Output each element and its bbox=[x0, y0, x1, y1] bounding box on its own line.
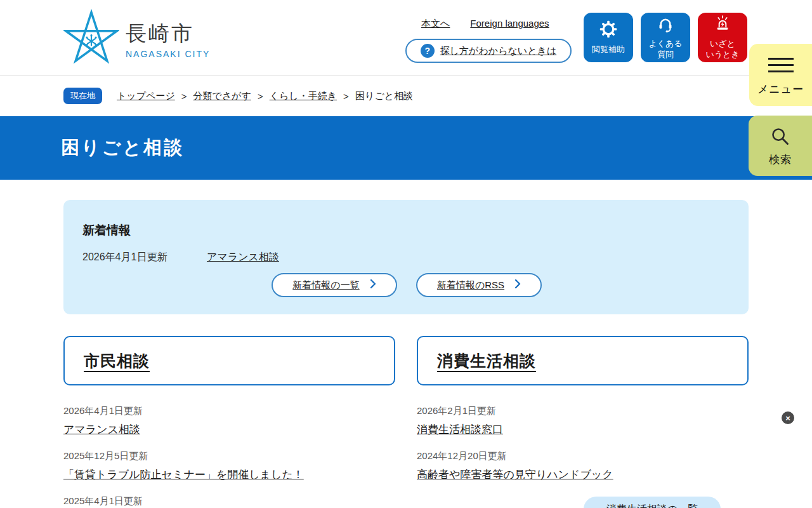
close-widget-button[interactable]: × bbox=[782, 411, 794, 424]
news-entry-link[interactable]: アマランス相談 bbox=[207, 251, 279, 264]
accessibility-button-label: 閲覧補助 bbox=[592, 44, 625, 55]
article-link[interactable]: 「賃貸トラブル防止セミナー」を開催しました！ bbox=[63, 467, 304, 482]
chevron-right-icon bbox=[370, 279, 376, 291]
article-date: 2025年4月1日更新 bbox=[63, 495, 395, 507]
search-help-button[interactable]: ? 探し方がわからないときは bbox=[405, 39, 572, 63]
news-list-button[interactable]: 新着情報の一覧 bbox=[272, 273, 397, 297]
logo-text: 長崎市 NAGASAKI CITY bbox=[126, 9, 210, 59]
siren-icon bbox=[714, 15, 731, 36]
search-tab-button[interactable]: 検索 bbox=[749, 116, 812, 176]
section-citizen-consultation: 市民相談 2026年4月1日更新 アマランス相談 2025年12月5日更新 「賃… bbox=[63, 336, 395, 508]
consumer-article-list: 2026年2月1日更新 消費生活相談窓口 2024年12月20日更新 高齢者や障… bbox=[417, 405, 749, 482]
section-citizen-header-box[interactable]: 市民相談 bbox=[63, 336, 395, 385]
breadcrumb-separator: > bbox=[343, 91, 349, 102]
breadcrumb-current-page: 困りごと相談 bbox=[355, 90, 413, 102]
page-title-banner: 困りごと相談 bbox=[0, 116, 812, 180]
breadcrumb: 現在地 トップページ > 分類でさがす > くらし・手続き > 困りごと相談 bbox=[0, 76, 812, 116]
news-entry: 2026年4月1日更新 アマランス相談 bbox=[82, 251, 279, 264]
menu-tab-button[interactable]: メニュー bbox=[749, 44, 812, 106]
site-header: 長崎市 NAGASAKI CITY 本文へ Foreign languages … bbox=[0, 0, 812, 76]
breadcrumb-link-living[interactable]: くらし・手続き bbox=[270, 90, 337, 102]
nagasaki-star-icon bbox=[63, 9, 119, 70]
page-title: 困りごと相談 bbox=[61, 135, 184, 161]
consumer-list-button-label: 消費生活相談の一覧 bbox=[606, 503, 698, 508]
list-item: 2026年4月1日更新 アマランス相談 bbox=[63, 405, 395, 437]
question-icon: ? bbox=[421, 44, 435, 58]
section-consumer-heading: 消費生活相談 bbox=[437, 351, 536, 371]
skip-to-content-link[interactable]: 本文へ bbox=[421, 18, 450, 30]
headset-icon bbox=[657, 15, 674, 36]
breadcrumb-separator: > bbox=[181, 91, 187, 102]
news-list-button-label: 新着情報の一覧 bbox=[292, 279, 359, 291]
article-date: 2024年12月20日更新 bbox=[417, 450, 749, 462]
news-heading: 新着情報 bbox=[82, 222, 131, 239]
logo-city-name-en: NAGASAKI CITY bbox=[126, 49, 210, 59]
citizen-article-list: 2026年4月1日更新 アマランス相談 2025年12月5日更新 「賃貸トラブル… bbox=[63, 405, 395, 508]
list-item: 2024年12月20日更新 高齢者や障害者等の見守りハンドブック bbox=[417, 450, 749, 482]
emergency-button-label: いざというとき bbox=[705, 39, 739, 60]
close-icon: × bbox=[785, 413, 790, 423]
menu-tab-label: メニュー bbox=[757, 82, 804, 97]
news-box: 新着情報 2026年4月1日更新 アマランス相談 新着情報の一覧 新着情報のRS… bbox=[63, 200, 749, 314]
accessibility-button[interactable]: 閲覧補助 bbox=[584, 13, 633, 62]
faq-button[interactable]: よくある質問 bbox=[641, 13, 690, 62]
chevron-right-icon bbox=[514, 279, 521, 291]
section-consumer-header-box[interactable]: 消費生活相談 bbox=[417, 336, 749, 385]
utility-links: 本文へ Foreign languages bbox=[421, 18, 549, 30]
list-item: 2025年12月5日更新 「賃貸トラブル防止セミナー」を開催しました！ bbox=[63, 450, 395, 482]
article-link[interactable]: 消費生活相談窓口 bbox=[417, 422, 503, 437]
logo-city-name: 長崎市 bbox=[126, 23, 210, 44]
breadcrumb-link-category[interactable]: 分類でさがす bbox=[193, 90, 251, 102]
foreign-languages-link[interactable]: Foreign languages bbox=[470, 18, 549, 30]
hamburger-icon bbox=[768, 53, 794, 77]
current-location-badge: 現在地 bbox=[63, 88, 102, 104]
news-entry-date: 2026年4月1日更新 bbox=[82, 251, 207, 264]
breadcrumb-separator: > bbox=[258, 91, 263, 102]
gear-icon bbox=[599, 20, 618, 41]
search-tab-label: 検索 bbox=[769, 152, 792, 167]
article-date: 2026年2月1日更新 bbox=[417, 405, 749, 417]
news-rss-button[interactable]: 新着情報のRSS bbox=[416, 273, 542, 297]
emergency-button[interactable]: いざというとき bbox=[698, 13, 747, 62]
search-icon bbox=[769, 125, 792, 150]
search-help-label: 探し方がわからないときは bbox=[440, 45, 557, 57]
faq-button-label: よくある質問 bbox=[648, 39, 682, 60]
list-item: 2025年4月1日更新 bbox=[63, 495, 395, 508]
list-item: 2026年2月1日更新 消費生活相談窓口 bbox=[417, 405, 749, 437]
article-link[interactable]: アマランス相談 bbox=[63, 422, 140, 437]
section-consumer-consultation: 消費生活相談 2026年2月1日更新 消費生活相談窓口 2024年12月20日更… bbox=[417, 336, 749, 495]
section-citizen-heading: 市民相談 bbox=[84, 351, 150, 371]
page: 長崎市 NAGASAKI CITY 本文へ Foreign languages … bbox=[0, 0, 812, 508]
site-logo[interactable]: 長崎市 NAGASAKI CITY bbox=[63, 9, 210, 70]
article-link[interactable]: 高齢者や障害者等の見守りハンドブック bbox=[417, 467, 613, 482]
consumer-list-button[interactable]: 消費生活相談の一覧 bbox=[584, 497, 721, 508]
breadcrumb-link-home[interactable]: トップページ bbox=[117, 90, 175, 102]
news-rss-button-label: 新着情報のRSS bbox=[437, 279, 504, 291]
article-date: 2025年12月5日更新 bbox=[63, 450, 395, 462]
article-date: 2026年4月1日更新 bbox=[63, 405, 395, 417]
